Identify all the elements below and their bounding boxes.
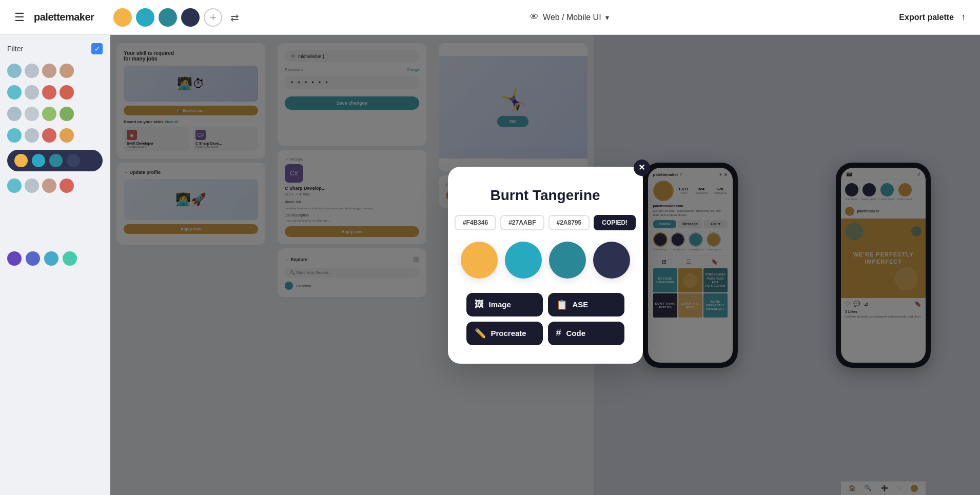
- view-selector[interactable]: 👁 Web / Mobile UI ▾: [530, 12, 609, 23]
- modal-close-button[interactable]: ✕: [634, 160, 650, 176]
- image-icon: 🖼: [475, 299, 484, 310]
- view-label: Web / Mobile UI: [543, 13, 601, 22]
- sidebar-palette-4[interactable]: [7, 128, 103, 143]
- sidebar-palette-2[interactable]: [7, 85, 103, 100]
- color-chip-3[interactable]: #2A8795: [548, 215, 590, 230]
- hamburger-icon[interactable]: ☰: [14, 11, 25, 24]
- brand-logo[interactable]: palettemaker: [34, 11, 94, 23]
- dot: [67, 154, 80, 167]
- dot: [42, 179, 56, 193]
- export-buttons: 🖼 Image 📋 ASE ✏️ Procreate: [466, 293, 624, 345]
- dot: [42, 64, 56, 78]
- dot: [60, 179, 74, 193]
- dot: [32, 154, 45, 167]
- export-ase-button[interactable]: 📋 ASE: [548, 293, 624, 316]
- export-procreate-button[interactable]: ✏️ Procreate: [466, 322, 543, 345]
- export-ase-label: ASE: [573, 300, 589, 309]
- export-code-button[interactable]: # Code: [548, 322, 624, 345]
- color-chip-2[interactable]: #27AABF: [500, 215, 544, 230]
- color-swatch-4[interactable]: [593, 242, 630, 279]
- color-swatch-3[interactable]: [549, 242, 586, 279]
- upload-icon[interactable]: ↑: [961, 12, 966, 23]
- dot: [42, 128, 56, 143]
- add-color-button[interactable]: +: [204, 8, 222, 27]
- sidebar: Filter ✓: [0, 35, 110, 495]
- sidebar-palette-5-selected[interactable]: [7, 150, 103, 171]
- dot: [7, 251, 22, 266]
- dot: [25, 179, 39, 193]
- dot: [60, 85, 74, 100]
- color-chip-4-copied[interactable]: COPIED!: [594, 215, 636, 230]
- export-image-button[interactable]: 🖼 Image: [466, 293, 543, 316]
- export-row-1: 🖼 Image 📋 ASE: [466, 293, 624, 316]
- dot: [7, 179, 22, 193]
- filter-checkbox[interactable]: ✓: [91, 43, 103, 54]
- dot: [25, 128, 39, 143]
- color-swatch-2[interactable]: [505, 242, 542, 279]
- color-swatch-1[interactable]: [461, 242, 498, 279]
- dot: [60, 64, 74, 78]
- shuffle-icon[interactable]: ⇄: [230, 11, 239, 24]
- sidebar-palette-7[interactable]: [7, 251, 103, 266]
- dot: [26, 251, 40, 266]
- color-chips-row: #F4B346 #27AABF #2A8795 COPIED!: [466, 215, 624, 230]
- dot: [7, 128, 22, 143]
- color-chip-1[interactable]: #F4B346: [455, 215, 496, 230]
- palette-color-2[interactable]: [136, 8, 154, 27]
- export-code-label: Code: [566, 329, 586, 338]
- dot: [25, 64, 39, 78]
- export-palette-button[interactable]: Export palette: [899, 13, 954, 22]
- filter-row: Filter ✓: [7, 43, 103, 54]
- chevron-down-icon: ▾: [605, 13, 609, 22]
- sidebar-palette-6[interactable]: [7, 179, 103, 193]
- dot: [42, 85, 56, 100]
- topnav: ☰ palettemaker + ⇄ 👁 Web / Mobile UI ▾ E…: [0, 0, 980, 35]
- topnav-left: ☰ palettemaker + ⇄: [14, 8, 239, 27]
- dot: [7, 64, 22, 78]
- content-area: Your skill is requiredfor many jobs 🧑‍💻⏱…: [110, 35, 980, 495]
- dot: [14, 154, 28, 167]
- palette-color-4[interactable]: [181, 8, 200, 27]
- eye-icon: 👁: [530, 12, 539, 23]
- procreate-icon: ✏️: [475, 328, 486, 339]
- filter-label: Filter: [7, 45, 23, 53]
- dot: [25, 107, 39, 121]
- export-row-2: ✏️ Procreate # Code: [466, 322, 624, 345]
- dot: [7, 107, 22, 121]
- dot: [42, 107, 56, 121]
- topnav-right: Export palette ↑: [899, 12, 966, 23]
- export-image-label: Image: [489, 300, 511, 309]
- color-swatches-row: [466, 242, 624, 279]
- export-procreate-label: Procreate: [491, 329, 526, 338]
- sidebar-palette-1[interactable]: [7, 64, 103, 78]
- topnav-center: 👁 Web / Mobile UI ▾: [239, 12, 899, 23]
- palette-circles: + ⇄: [113, 8, 239, 27]
- code-icon: #: [556, 328, 561, 339]
- palette-color-1[interactable]: [113, 8, 132, 27]
- palette-color-3[interactable]: [159, 8, 177, 27]
- modal-title: Burnt Tangerine: [466, 187, 624, 204]
- modal-dialog: ✕ Burnt Tangerine #F4B346 #27AABF #2A879…: [448, 167, 643, 364]
- ase-icon: 📋: [556, 299, 567, 310]
- dot: [60, 128, 74, 143]
- dot: [7, 85, 22, 100]
- sidebar-palette-3[interactable]: [7, 107, 103, 121]
- dot: [49, 154, 63, 167]
- modal-overlay[interactable]: ✕ Burnt Tangerine #F4B346 #27AABF #2A879…: [110, 35, 980, 495]
- dot: [25, 85, 39, 100]
- dot: [44, 251, 58, 266]
- main-layout: Filter ✓: [0, 35, 980, 495]
- dot: [63, 251, 77, 266]
- dot: [60, 107, 74, 121]
